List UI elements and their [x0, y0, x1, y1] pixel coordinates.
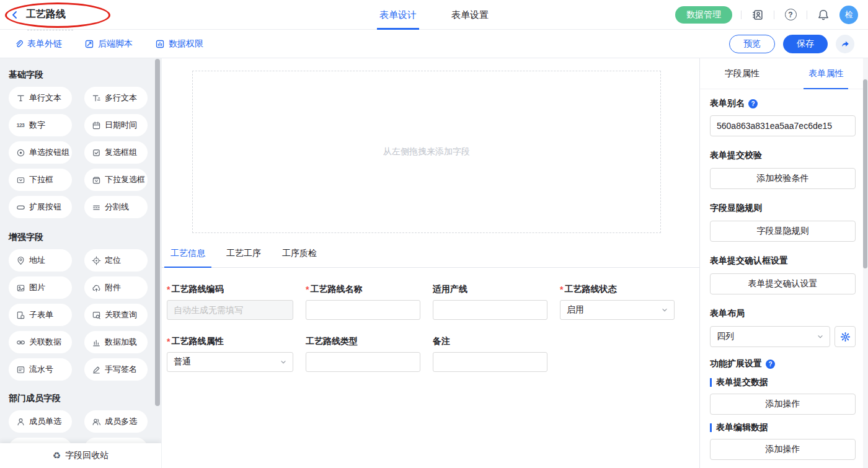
field-type-image[interactable]: 图片 [9, 276, 72, 299]
select-value: 四列 [717, 331, 734, 342]
enhanced-fields-grid: 地址 定位 图片 附件 子表单 关联查询 关联数据 数据加载 [9, 249, 153, 381]
field-label: 适用产线 [433, 284, 547, 295]
submit-data-add-action-button[interactable]: 添加操作 [710, 394, 856, 415]
route-attribute-select[interactable]: 普通 [167, 352, 293, 372]
route-code-input[interactable] [167, 300, 293, 320]
data-manage-button[interactable]: 数据管理 [675, 6, 732, 24]
field-type-signature[interactable]: 手写签名 [84, 358, 148, 381]
chevron-down-icon [279, 358, 288, 366]
tab-process-steps[interactable]: 工艺工序 [225, 244, 262, 267]
field-route-type[interactable]: 工艺路线类型 [306, 336, 420, 372]
help-icon[interactable]: ? [783, 7, 798, 22]
field-type-number[interactable]: 123 数字 [9, 114, 72, 136]
chevron-down-icon [816, 332, 825, 341]
form-design-canvas: 从左侧拖拽来添加字段 工艺信息 工艺工序 工序质检 *工艺路线编码 *工艺路线名… [161, 58, 699, 468]
form-external-link[interactable]: 表单外链 [14, 38, 62, 50]
section-title-member-fields: 部门成员字段 [9, 393, 161, 404]
tab-process-info[interactable]: 工艺信息 [169, 244, 206, 267]
field-dropzone[interactable]: 从左侧拖拽来添加字段 [192, 71, 661, 233]
panel-tabs: 字段属性 表单属性 [700, 58, 868, 89]
backend-script-link[interactable]: 后端脚本 [84, 38, 133, 50]
divider [774, 11, 774, 19]
field-type-linked-query[interactable]: 关联查询 [84, 304, 148, 326]
field-type-subform[interactable]: 子表单 [9, 304, 72, 326]
required-asterisk: * [167, 285, 170, 294]
field-type-select[interactable]: 下拉框 [9, 169, 72, 191]
notification-bell-icon[interactable] [816, 7, 831, 22]
field-type-label: 图片 [29, 282, 45, 293]
field-type-locate[interactable]: 定位 [84, 249, 148, 272]
section-accent-bar [710, 423, 712, 432]
field-label: *工艺路线名称 [306, 284, 420, 295]
preview-button[interactable]: 预览 [729, 35, 775, 53]
field-type-member-multi[interactable]: 成员多选 [84, 410, 148, 433]
field-type-divider[interactable]: 分割线 [84, 196, 148, 218]
add-validation-condition-button[interactable]: 添加校验条件 [710, 168, 856, 189]
field-type-radio-group[interactable]: 单选按钮组 [9, 141, 72, 164]
field-type-multi-line-text[interactable]: 多行文本 [84, 87, 148, 109]
contacts-icon[interactable] [750, 7, 765, 22]
user-avatar[interactable]: 检 [839, 6, 858, 24]
field-type-label: 流水号 [29, 364, 53, 375]
edit-data-add-action-button[interactable]: 添加操作 [710, 439, 856, 460]
form-submit-validation-section: 表单提交校验 添加校验条件 [710, 150, 856, 189]
data-permission-link[interactable]: 数据权限 [155, 38, 203, 50]
field-type-label: 地址 [29, 255, 45, 266]
field-type-linked-data[interactable]: 关联数据 [9, 331, 72, 353]
backend-script-icon [84, 39, 94, 49]
submit-confirm-settings-button[interactable]: 表单提交确认设置 [710, 273, 856, 294]
field-label: 工艺路线类型 [306, 336, 420, 347]
applicable-line-input[interactable] [433, 300, 547, 320]
field-type-single-line-text[interactable]: 单行文本 [9, 87, 72, 109]
field-applicable-line[interactable]: 适用产线 [433, 284, 547, 320]
share-button[interactable] [836, 35, 854, 53]
field-route-name[interactable]: *工艺路线名称 [306, 284, 420, 320]
tab-form-properties[interactable]: 表单属性 [784, 58, 868, 89]
tab-form-design[interactable]: 表单设计 [379, 0, 417, 30]
field-type-checkbox-group[interactable]: 复选框组 [84, 141, 148, 164]
tab-step-quality-check[interactable]: 工序质检 [281, 244, 318, 267]
attachment-icon [91, 283, 101, 293]
field-route-attribute[interactable]: *工艺路线属性 普通 [167, 336, 293, 372]
field-type-label: 关联查询 [105, 309, 137, 320]
route-status-select[interactable]: 启用 [560, 300, 675, 320]
extension-settings-section: 功能扩展设置 ? 表单提交数据 添加操作 表单编辑数据 添加操作 [710, 358, 856, 460]
field-type-label: 成员多选 [105, 416, 137, 427]
layout-settings-button[interactable] [835, 326, 856, 347]
panel-scrollbar-thumb[interactable] [863, 79, 867, 268]
field-type-data-load[interactable]: 数据加载 [84, 331, 148, 353]
field-type-label: 关联数据 [29, 337, 61, 348]
back-button[interactable] [10, 10, 20, 20]
field-recycle-bin-button[interactable]: ♻ 字段回收站 [0, 443, 161, 468]
field-route-code[interactable]: *工艺路线编码 [167, 284, 293, 320]
locate-icon [91, 255, 101, 265]
form-alias-input[interactable] [710, 115, 856, 136]
datetime-icon [91, 120, 101, 130]
field-visibility-rules-button[interactable]: 字段显隐规则 [710, 221, 856, 242]
route-name-input[interactable] [306, 300, 420, 320]
alias-help-icon[interactable]: ? [748, 99, 758, 108]
field-type-address[interactable]: 地址 [9, 249, 72, 272]
extension-help-icon[interactable]: ? [766, 360, 775, 369]
field-type-datetime[interactable]: 日期时间 [84, 114, 148, 136]
remark-input[interactable] [433, 352, 547, 372]
member-multi-icon [91, 417, 101, 426]
field-type-multi-select[interactable]: 下拉复选框 [84, 169, 148, 191]
field-remark[interactable]: 备注 [433, 336, 547, 372]
sidebar-scrollbar-thumb[interactable] [155, 59, 160, 406]
field-route-status[interactable]: *工艺路线状态 启用 [560, 284, 675, 320]
layout-controls: 四列 [710, 326, 856, 347]
field-type-member-single[interactable]: 成员单选 [9, 410, 72, 433]
save-button[interactable]: 保存 [783, 35, 828, 53]
field-type-label: 分割线 [105, 201, 129, 213]
form-layout-select[interactable]: 四列 [710, 326, 830, 347]
serial-number-icon [16, 364, 25, 374]
form-layout-section: 表单布局 四列 [710, 308, 856, 347]
field-type-serial-number[interactable]: 流水号 [9, 358, 72, 381]
tab-field-properties[interactable]: 字段属性 [700, 58, 784, 89]
tab-form-settings[interactable]: 表单设置 [451, 0, 489, 30]
route-type-input[interactable] [306, 352, 420, 372]
field-type-extend-button[interactable]: 扩展按钮 [9, 196, 72, 218]
field-type-attachment[interactable]: 附件 [84, 276, 148, 299]
field-type-label: 手写签名 [105, 364, 137, 375]
